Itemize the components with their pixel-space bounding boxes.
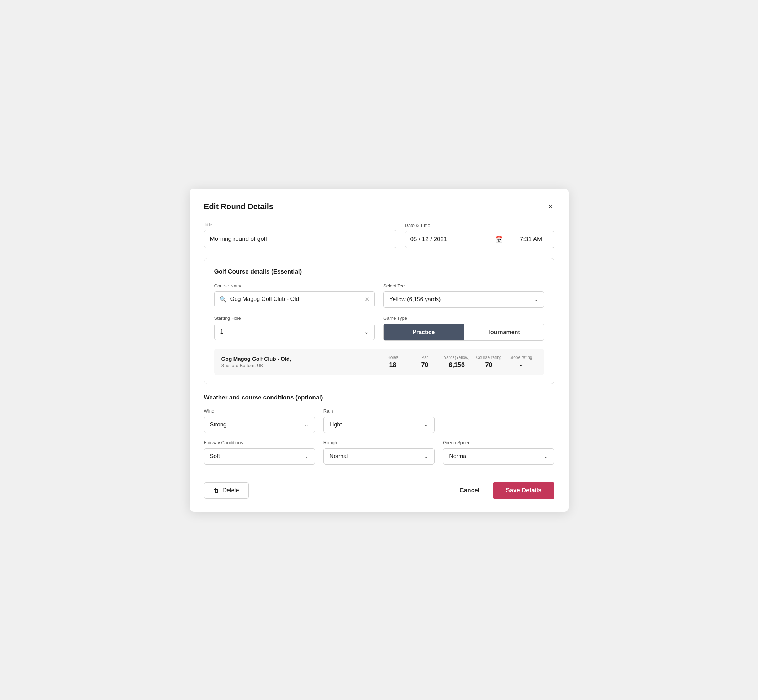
footer-right: Cancel Save Details <box>453 482 554 499</box>
course-rating-stat: Course rating 70 <box>473 355 505 369</box>
date-time-field-group: Date & Time 05 / 12 / 2021 📅 7:31 AM <box>405 223 554 248</box>
select-tee-dropdown[interactable]: Yellow (6,156 yards) ⌄ <box>383 291 544 308</box>
course-rating-label: Course rating <box>476 355 501 360</box>
game-type-label: Game Type <box>383 316 544 321</box>
par-stat: Par 70 <box>409 355 441 369</box>
edit-round-modal: Edit Round Details × Title Date & Time 0… <box>190 189 568 512</box>
date-time-inner: 05 / 12 / 2021 📅 7:31 AM <box>405 231 554 248</box>
course-info-row: Gog Magog Golf Club - Old, Shelford Bott… <box>214 348 544 375</box>
chevron-down-icon: ⌄ <box>304 422 309 428</box>
select-tee-group: Select Tee Yellow (6,156 yards) ⌄ <box>383 283 544 308</box>
rain-value: Light <box>329 422 424 428</box>
fairway-dropdown[interactable]: Soft ⌄ <box>204 448 315 464</box>
slope-rating-label: Slope rating <box>509 355 532 360</box>
time-value: 7:31 AM <box>520 236 542 243</box>
golf-course-section: Golf Course details (Essential) Course N… <box>204 258 554 384</box>
green-speed-value: Normal <box>449 453 543 459</box>
wind-group: Wind Strong ⌄ <box>204 408 315 433</box>
title-field-group: Title <box>204 222 396 248</box>
date-input[interactable]: 05 / 12 / 2021 📅 <box>405 231 508 248</box>
cancel-button[interactable]: Cancel <box>453 483 487 498</box>
chevron-down-icon: ⌄ <box>424 422 429 428</box>
wind-rain-row: Wind Strong ⌄ Rain Light ⌄ <box>204 408 554 433</box>
starting-hole-group: Starting Hole 1 ⌄ <box>214 316 375 341</box>
date-time-label: Date & Time <box>405 223 554 228</box>
modal-header: Edit Round Details × <box>204 201 554 212</box>
yards-stat: Yards(Yellow) 6,156 <box>441 355 473 369</box>
holes-stat: Holes 18 <box>377 355 409 369</box>
holes-label: Holes <box>387 355 398 360</box>
par-label: Par <box>421 355 428 360</box>
starting-hole-gametype-row: Starting Hole 1 ⌄ Game Type Practice Tou… <box>214 316 544 341</box>
course-rating-value: 70 <box>485 361 492 369</box>
top-row: Title Date & Time 05 / 12 / 2021 📅 7:31 … <box>204 222 554 248</box>
select-tee-value: Yellow (6,156 yards) <box>389 296 534 303</box>
fairway-group: Fairway Conditions Soft ⌄ <box>204 440 315 464</box>
modal-title: Edit Round Details <box>204 202 274 211</box>
starting-hole-dropdown[interactable]: 1 ⌄ <box>214 324 375 340</box>
slope-rating-stat: Slope rating - <box>505 355 537 369</box>
practice-toggle-button[interactable]: Practice <box>384 324 464 341</box>
tournament-toggle-button[interactable]: Tournament <box>464 324 544 341</box>
course-info-name: Gog Magog Golf Club - Old, Shelford Bott… <box>221 356 377 368</box>
footer-row: 🗑 Delete Cancel Save Details <box>204 476 554 499</box>
course-name-bold: Gog Magog Golf Club - Old, <box>221 356 377 362</box>
rough-label: Rough <box>324 440 434 445</box>
course-location: Shelford Bottom, UK <box>221 363 377 368</box>
search-icon: 🔍 <box>219 296 227 303</box>
course-name-search[interactable]: 🔍 Gog Magog Golf Club - Old ✕ <box>214 291 375 307</box>
close-button[interactable]: × <box>547 201 554 212</box>
rain-label: Rain <box>324 408 434 414</box>
title-label: Title <box>204 222 396 227</box>
game-type-toggle: Practice Tournament <box>383 324 544 341</box>
par-value: 70 <box>421 361 428 369</box>
green-speed-label: Green Speed <box>443 440 554 445</box>
starting-hole-value: 1 <box>220 329 365 335</box>
rough-group: Rough Normal ⌄ <box>324 440 434 464</box>
fairway-value: Soft <box>210 453 304 459</box>
fairway-rough-green-row: Fairway Conditions Soft ⌄ Rough Normal ⌄… <box>204 440 554 464</box>
course-name-group: Course Name 🔍 Gog Magog Golf Club - Old … <box>214 283 375 308</box>
yards-label: Yards(Yellow) <box>444 355 470 360</box>
calendar-icon: 📅 <box>495 236 503 243</box>
game-type-group: Game Type Practice Tournament <box>383 316 544 341</box>
wind-value: Strong <box>210 422 304 428</box>
golf-course-title: Golf Course details (Essential) <box>214 268 544 275</box>
course-name-label: Course Name <box>214 283 375 289</box>
wind-dropdown[interactable]: Strong ⌄ <box>204 417 315 433</box>
chevron-down-icon: ⌄ <box>543 453 548 459</box>
weather-section: Weather and course conditions (optional)… <box>204 394 554 464</box>
delete-button[interactable]: 🗑 Delete <box>204 482 249 499</box>
green-speed-dropdown[interactable]: Normal ⌄ <box>443 448 554 464</box>
green-speed-group: Green Speed Normal ⌄ <box>443 440 554 464</box>
wind-label: Wind <box>204 408 315 414</box>
chevron-down-icon: ⌄ <box>304 453 309 459</box>
date-value: 05 / 12 / 2021 <box>410 236 492 243</box>
rain-dropdown[interactable]: Light ⌄ <box>324 417 434 433</box>
holes-value: 18 <box>389 361 396 369</box>
course-name-value: Gog Magog Golf Club - Old <box>230 296 299 302</box>
chevron-down-icon: ⌄ <box>534 296 538 303</box>
rough-dropdown[interactable]: Normal ⌄ <box>324 448 434 464</box>
clear-icon[interactable]: ✕ <box>365 296 370 303</box>
rain-group: Rain Light ⌄ <box>324 408 434 433</box>
trash-icon: 🗑 <box>213 487 219 494</box>
rough-value: Normal <box>329 453 424 459</box>
chevron-down-icon: ⌄ <box>424 453 429 459</box>
select-tee-label: Select Tee <box>383 283 544 289</box>
fairway-label: Fairway Conditions <box>204 440 315 445</box>
course-name-tee-row: Course Name 🔍 Gog Magog Golf Club - Old … <box>214 283 544 308</box>
time-input[interactable]: 7:31 AM <box>508 231 554 248</box>
slope-rating-value: - <box>520 361 522 369</box>
yards-value: 6,156 <box>449 361 465 369</box>
chevron-down-icon: ⌄ <box>364 329 369 335</box>
starting-hole-label: Starting Hole <box>214 316 375 321</box>
save-button[interactable]: Save Details <box>493 482 554 499</box>
weather-title: Weather and course conditions (optional) <box>204 394 554 401</box>
delete-label: Delete <box>223 487 239 494</box>
title-input[interactable] <box>204 230 396 248</box>
